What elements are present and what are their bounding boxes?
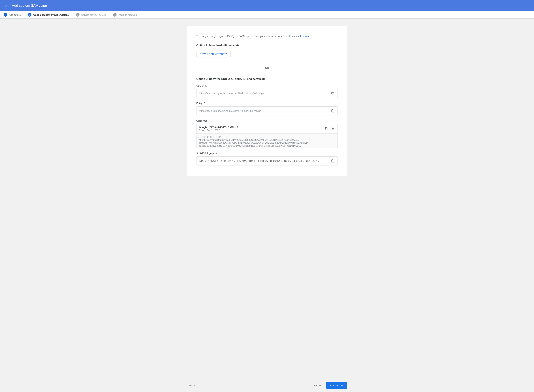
entity-id-field: Entity ID https://accounts.google.com/o/…	[196, 102, 338, 115]
step-divider	[23, 15, 26, 15]
intro-text: To configure single sign-on (SSO) for SA…	[196, 35, 338, 37]
option2-heading: Option 2: Copy the SSO URL, entity ID, a…	[196, 77, 338, 80]
certificate-header: Google_2027-8-11-75455_SAML2_0 Expires A…	[197, 124, 337, 133]
step-sp-details[interactable]: 3 Service provider details	[76, 13, 106, 17]
sha256-box: A1:B5:B1:07:7E:ED:E1:D3:A7:6E:EA:74:AC:B…	[196, 156, 338, 165]
dialog-title: Add custom SAML app	[12, 4, 47, 8]
entity-id-value: https://accounts.google.com/o/saml2?idpi…	[199, 109, 329, 112]
learn-more-link[interactable]: Learn more	[300, 35, 313, 37]
sha256-field: SHA-256 fingerprint A1:B5:B1:07:7E:ED:E1…	[196, 152, 338, 165]
step-number-icon: 4	[113, 13, 117, 17]
sso-url-value: https://accounts.google.com/o/saml2/idp?…	[199, 92, 329, 95]
step-divider	[108, 15, 111, 15]
step-label: Google Identity Provider details	[33, 14, 69, 16]
or-label: OR	[265, 66, 269, 69]
step-label: Attribute mapping	[118, 14, 137, 16]
entity-id-box: https://accounts.google.com/o/saml2?idpi…	[196, 106, 338, 115]
bottom-action-bar: BACK CANCEL CONTINUE	[0, 379, 534, 392]
main-content: To configure single sign-on (SSO) for SA…	[0, 19, 534, 197]
step-attribute-mapping[interactable]: 4 Attribute mapping	[113, 13, 137, 17]
field-label: SSO URL	[196, 84, 338, 87]
close-icon[interactable]	[4, 3, 9, 8]
copy-icon[interactable]	[331, 109, 335, 113]
copy-icon[interactable]	[331, 91, 335, 96]
certificate-body[interactable]: -----BEGIN CERTIFICATE----- MIIDdDCCAlyg…	[197, 133, 337, 148]
certificate-field: Certificate Google_2027-8-11-75455_SAML2…	[196, 119, 338, 148]
step-label: Service provider details	[81, 14, 106, 16]
check-icon	[4, 13, 7, 17]
sso-url-field: SSO URL https://accounts.google.com/o/sa…	[196, 84, 338, 98]
download-metadata-button[interactable]: DOWNLOAD METADATA	[196, 51, 231, 57]
stepper: App details 2 Google Identity Provider d…	[0, 11, 534, 19]
dialog-header: Add custom SAML app	[0, 0, 534, 11]
continue-button[interactable]: CONTINUE	[326, 382, 347, 389]
sso-url-box: https://accounts.google.com/o/saml2/idp?…	[196, 89, 338, 98]
copy-icon[interactable]	[331, 159, 335, 163]
separator-line	[196, 68, 263, 68]
option1-heading: Option 1: Download IdP metadata	[196, 44, 338, 47]
idp-details-card: To configure single sign-on (SSO) for SA…	[187, 26, 347, 176]
certificate-name: Google_2027-8-11-75455_SAML2_0	[199, 126, 323, 129]
field-label: SHA-256 fingerprint	[196, 152, 338, 155]
step-number-icon: 2	[28, 13, 31, 17]
back-button[interactable]: BACK	[187, 382, 197, 389]
step-idp-details[interactable]: 2 Google Identity Provider details	[28, 13, 69, 17]
step-app-details[interactable]: App details	[4, 13, 21, 17]
step-divider	[71, 15, 74, 15]
step-label: App details	[9, 14, 21, 16]
certificate-box: Google_2027-8-11-75455_SAML2_0 Expires A…	[196, 124, 338, 148]
step-number-icon: 3	[76, 13, 80, 17]
copy-icon[interactable]	[325, 127, 329, 131]
field-label: Entity ID	[196, 102, 338, 105]
cancel-button[interactable]: CANCEL	[310, 382, 323, 389]
sha256-value: A1:B5:B1:07:7E:ED:E1:D3:A7:6E:EA:74:AC:B…	[199, 159, 329, 162]
field-label: Certificate	[196, 119, 338, 122]
certificate-header-text: Google_2027-8-11-75455_SAML2_0 Expires A…	[199, 126, 323, 131]
certificate-expires: Expires Aug 11, 2027	[199, 129, 323, 131]
or-separator: OR	[196, 66, 338, 69]
intro-copy: To configure single sign-on (SSO) for SA…	[196, 35, 300, 37]
separator-line	[272, 68, 338, 68]
download-icon[interactable]	[331, 127, 335, 131]
